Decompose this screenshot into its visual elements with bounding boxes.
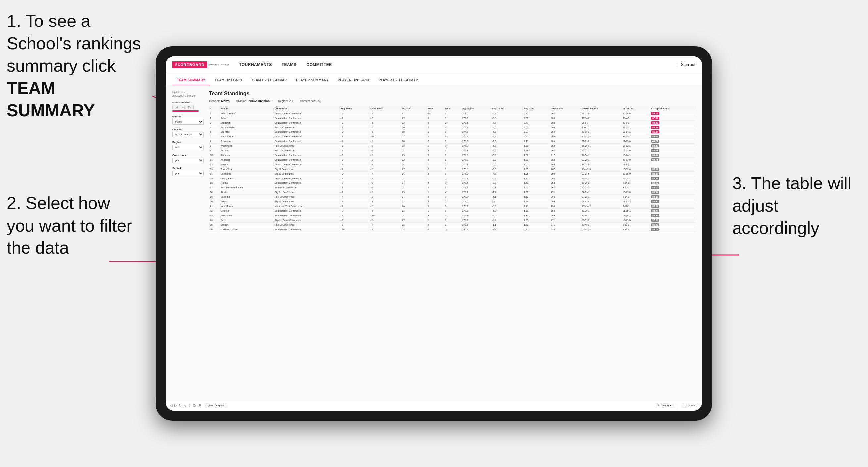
cell-vs50: 87.31 bbox=[650, 116, 695, 121]
sub-nav: TEAM SUMMARY TEAM H2H GRID TEAM H2H HEAT… bbox=[165, 73, 702, 86]
cell-low-score: 269 bbox=[550, 213, 580, 218]
sign-out-button[interactable]: | Sign out bbox=[677, 62, 695, 67]
instruction-step1-text: To see a School's rankings summary click… bbox=[7, 11, 141, 120]
cell-overall: 83-25-1 bbox=[581, 195, 622, 199]
share-label: Share bbox=[688, 404, 695, 407]
cell-no-tour: 26 bbox=[401, 125, 426, 130]
cell-conf-rank: - 4 bbox=[369, 172, 401, 176]
cell-overall: 82-03-1 bbox=[581, 190, 622, 195]
back-icon[interactable]: ◁ bbox=[169, 403, 172, 408]
cell-vs50: 86.16 bbox=[650, 185, 695, 190]
forward-icon[interactable]: ▷ bbox=[174, 403, 177, 408]
tab-team-h2h-grid[interactable]: TEAM H2H GRID bbox=[210, 76, 247, 86]
cell-avg-to-par: -9.5 bbox=[491, 139, 523, 144]
tab-player-h2h-grid[interactable]: PLAYER H2H GRID bbox=[333, 76, 374, 86]
table-row: 1 North Carolina Atlantic Coast Conferen… bbox=[209, 111, 695, 116]
cell-adj-score: 279.3 bbox=[461, 213, 491, 218]
cell-rnds: 6 bbox=[426, 121, 444, 125]
cell-low-score: 235 bbox=[550, 204, 580, 209]
cell-overall: 109-24-2 bbox=[581, 204, 622, 209]
cell-avg-low: 2.37 bbox=[523, 130, 550, 134]
table-row: 20 Texas Big 12 Conference - 3 - 7 22 4 … bbox=[209, 199, 695, 204]
col-adj-score: Adj. Score bbox=[461, 106, 491, 111]
filter-region-select[interactable]: N/A bbox=[172, 145, 204, 150]
cell-reg-rank: - 5 bbox=[339, 153, 369, 158]
cell-school: Oregon bbox=[219, 223, 273, 227]
tab-player-h2h-heatmap[interactable]: PLAYER H2H HEATMAP bbox=[374, 76, 423, 86]
nav-links: TOURNAMENTS TEAMS COMMITTEE bbox=[239, 62, 677, 67]
nav-committee[interactable]: COMMITTEE bbox=[306, 62, 332, 67]
cell-conf-rank: - 5 bbox=[369, 121, 401, 125]
cell-conf-rank: - 8 bbox=[369, 176, 401, 181]
cell-overall: 63-15-1 bbox=[581, 130, 622, 134]
cell-vs50: 88.54 bbox=[650, 209, 695, 213]
table-row: 25 Oregon Pac-12 Conference - 9 - 7 21 0… bbox=[209, 223, 695, 227]
range-slider[interactable] bbox=[172, 110, 199, 112]
cell-conf-rank: - 7 bbox=[369, 199, 401, 204]
tab-team-summary[interactable]: TEAM SUMMARY bbox=[172, 76, 210, 86]
cell-vs50: 88.38 bbox=[650, 223, 695, 227]
tab-team-h2h-heatmap[interactable]: TEAM H2H HEATMAP bbox=[247, 76, 291, 86]
cell-conference: Atlantic Coast Conference bbox=[273, 134, 339, 139]
cell-conference: Big 12 Conference bbox=[273, 199, 339, 204]
cell-vs50: 85.34 bbox=[650, 190, 695, 195]
watch-button[interactable]: 👁 Watch ▾ bbox=[655, 403, 674, 408]
cell-rank: 7 bbox=[209, 139, 219, 144]
cell-vs50: 85.58 bbox=[650, 125, 695, 130]
cell-rnds: 3 bbox=[426, 153, 444, 158]
tab-player-summary[interactable]: PLAYER SUMMARY bbox=[291, 76, 333, 86]
col-reg-rank: Reg. Rank bbox=[339, 106, 369, 111]
cell-conference: Big 12 Conference bbox=[273, 172, 339, 176]
clock-icon[interactable]: ⏱ bbox=[198, 404, 202, 408]
filter-max-val[interactable]: 30 bbox=[184, 105, 194, 109]
filter-gender-select[interactable]: Men's bbox=[172, 119, 204, 125]
cell-adj-score: 274.8 bbox=[461, 130, 491, 134]
cell-wins: 0 bbox=[444, 130, 461, 134]
cell-rnds: 1 bbox=[426, 176, 444, 181]
cell-overall: 82-28-1 bbox=[581, 158, 622, 162]
home-icon[interactable]: ⌂ bbox=[184, 404, 186, 408]
nav-tournaments[interactable]: TOURNAMENTS bbox=[239, 62, 272, 67]
cell-conf-rank: - 9 bbox=[369, 218, 401, 223]
table-row: 15 Georgia Tech Atlantic Coast Conferenc… bbox=[209, 176, 695, 181]
content-area: Update time: 27/03/2024 16:56:26 Minimum… bbox=[172, 91, 695, 232]
cell-avg-low: 1.98 bbox=[523, 148, 550, 153]
cell-adj-score: 278.7 bbox=[461, 204, 491, 209]
table-row: 24 Duke Atlantic Coast Conference - 5 - … bbox=[209, 218, 695, 223]
cell-avg-low: 1.86 bbox=[523, 153, 550, 158]
cell-low-score: 260 bbox=[550, 195, 580, 199]
filter-gender-label: Gender bbox=[172, 115, 204, 118]
col-conference: Conference bbox=[273, 106, 339, 111]
table-row: 4 Arizona State Pac-12 Conference - 1 - … bbox=[209, 125, 695, 130]
col-overall: Overall Record bbox=[581, 106, 622, 111]
cell-rank: 9 bbox=[209, 148, 219, 153]
view-original-button[interactable]: View: Original bbox=[205, 403, 227, 408]
cell-overall: 68-40-1 bbox=[581, 223, 622, 227]
cell-rnds: 3 bbox=[426, 148, 444, 153]
cell-rnds: 1 bbox=[426, 218, 444, 223]
col-low-score: Low Score bbox=[550, 106, 580, 111]
cell-rnds: 2 bbox=[426, 172, 444, 176]
cell-no-tour: 27 bbox=[401, 213, 426, 218]
cell-rank: 14 bbox=[209, 172, 219, 176]
filter-school-select[interactable]: (All) bbox=[172, 170, 204, 176]
cell-adj-score: 279.7 bbox=[461, 218, 491, 223]
cell-overall: 87-21-2 bbox=[581, 185, 622, 190]
share-button[interactable]: ↗ Share bbox=[682, 403, 698, 408]
filter-min-val[interactable]: 4 bbox=[172, 105, 182, 109]
cell-overall: 86-25-1 bbox=[581, 148, 622, 153]
cell-adj-score: 279.5 bbox=[461, 139, 491, 144]
copy-icon[interactable]: ⧉ bbox=[193, 403, 196, 408]
reload-icon[interactable]: ↻ bbox=[179, 403, 182, 408]
filter-division-select[interactable]: NCAA Division I bbox=[172, 132, 204, 137]
table-row: 26 Mississippi State Southeastern Confer… bbox=[209, 227, 695, 232]
cell-rnds: 3 bbox=[426, 213, 444, 218]
cell-vs50: 80.49 bbox=[650, 144, 695, 148]
share-icon[interactable]: ⇧ bbox=[188, 403, 191, 408]
filter-conference-select[interactable]: (All) bbox=[172, 158, 204, 163]
cell-wins: 1 bbox=[444, 185, 461, 190]
cell-avg-low: 1.98 bbox=[523, 144, 550, 148]
nav-teams[interactable]: TEAMS bbox=[282, 62, 297, 67]
cell-conference: Pac-12 Conference bbox=[273, 195, 339, 199]
cell-overall: 95-6-0 bbox=[581, 121, 622, 125]
